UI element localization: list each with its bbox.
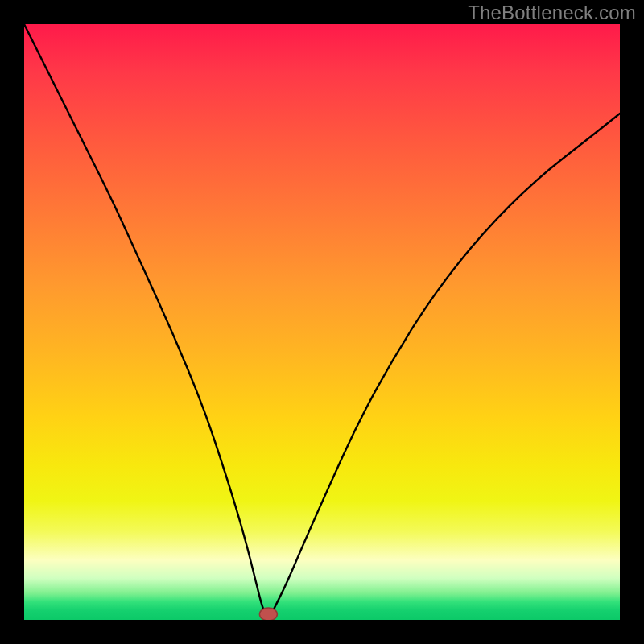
watermark-text: TheBottleneck.com [468, 2, 636, 24]
plot-area [24, 24, 620, 620]
bottleneck-curve [24, 24, 620, 617]
chart-frame: TheBottleneck.com [0, 0, 644, 644]
optimal-point-marker [259, 608, 277, 620]
curve-layer [24, 24, 620, 620]
